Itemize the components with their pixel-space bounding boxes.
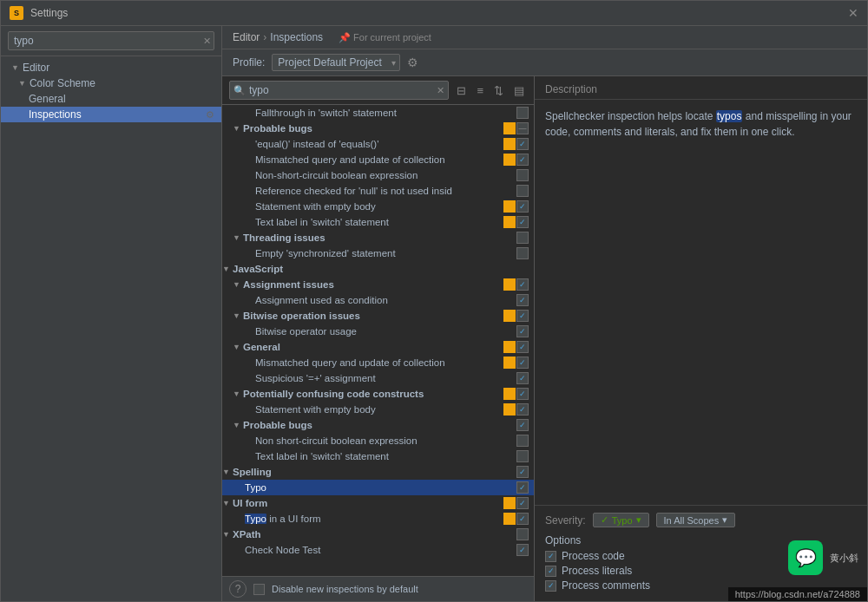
list-item[interactable]: Reference checked for 'null' is not used… (222, 183, 534, 199)
process-literals-checkbox[interactable]: ✓ (545, 566, 556, 577)
expand-button[interactable]: ≡ (474, 82, 486, 99)
severity-arrow-icon: ▾ (636, 514, 641, 526)
insp-checkbox[interactable]: ✓ (516, 216, 529, 228)
filter-button[interactable]: ⊟ (454, 82, 469, 99)
insp-checkbox[interactable]: ✓ (516, 325, 529, 337)
sidebar-item-editor[interactable]: ▼ Editor (1, 60, 221, 75)
list-item[interactable]: ▼ Potentially confusing code constructs … (222, 386, 534, 402)
collapse-button[interactable]: ⇅ (491, 82, 506, 99)
list-item[interactable]: ▼ Probable bugs ✓ (222, 417, 534, 433)
insp-label: Non short-circuit boolean expression (253, 435, 516, 446)
close-button[interactable]: ✕ (848, 6, 858, 20)
list-item[interactable]: ▼ JavaScript (222, 261, 534, 277)
help-button[interactable]: ? (229, 580, 247, 598)
inspection-search-input[interactable] (229, 81, 449, 100)
gear-icon[interactable]: ⚙ (407, 56, 418, 69)
insp-label: Typo in a UI form (243, 514, 503, 524)
insp-checkbox[interactable]: ✓ (516, 310, 529, 322)
list-item[interactable]: Non-short-circuit boolean expression (222, 167, 534, 183)
list-item[interactable]: Text label in 'switch' statement ✓ (222, 214, 534, 230)
list-item[interactable]: Suspicious '=+' assignment ✓ (222, 370, 534, 386)
list-item[interactable]: Non short-circuit boolean expression (222, 433, 534, 448)
sidebar-item-label: Color Scheme (30, 77, 95, 89)
severity-indicator (503, 357, 516, 369)
wechat-name: 黄小斜 (830, 552, 858, 565)
desc-highlight: typos (716, 110, 743, 122)
arrow-icon: ▼ (233, 233, 243, 242)
list-item[interactable]: ▼ General ✓ (222, 339, 534, 355)
insp-checkbox[interactable] (516, 450, 529, 462)
list-item[interactable]: ▼ UI form ✓ (222, 495, 534, 511)
sidebar-search-input[interactable] (8, 31, 214, 50)
sidebar-item-inspections[interactable]: Inspections ⚙ (1, 107, 221, 122)
list-item[interactable]: Mismatched query and update of collectio… (222, 355, 534, 370)
insp-checkbox[interactable] (516, 107, 529, 119)
insp-checkbox[interactable]: ✓ (516, 544, 529, 556)
description-header: Description (535, 76, 867, 100)
sidebar-item-color-scheme[interactable]: ▼ Color Scheme (1, 75, 221, 91)
list-item[interactable]: ▼ Threading issues (222, 230, 534, 245)
list-item[interactable]: ▼ Spelling ✓ (222, 464, 534, 480)
insp-checkbox[interactable]: — (516, 122, 529, 134)
insp-label: Empty 'synchronized' statement (253, 248, 516, 258)
severity-indicator (503, 216, 516, 228)
insp-checkbox[interactable]: ✓ (516, 278, 529, 291)
insp-checkbox[interactable]: ✓ (516, 419, 529, 431)
list-item[interactable]: Statement with empty body ✓ (222, 402, 534, 417)
list-item[interactable]: Mismatched query and update of collectio… (222, 152, 534, 167)
insp-checkbox[interactable] (516, 247, 529, 259)
list-item[interactable]: Statement with empty body ✓ (222, 199, 534, 214)
list-item[interactable]: Typo in a UI form ✓ (222, 511, 534, 527)
insp-checkbox[interactable]: ✓ (516, 388, 529, 400)
insp-checkbox[interactable]: ✓ (516, 154, 529, 166)
insp-checkbox[interactable] (516, 528, 529, 540)
insp-checkbox[interactable]: ✓ (516, 497, 529, 509)
insp-checkbox[interactable]: ✓ (516, 513, 529, 525)
sidebar-item-general[interactable]: General (1, 91, 221, 107)
list-item[interactable]: ▼ Bitwise operation issues ✓ (222, 308, 534, 324)
list-item[interactable]: Fallthrough in 'switch' statement (222, 105, 534, 121)
inspection-search-clear-icon[interactable]: ✕ (437, 85, 444, 96)
list-item[interactable]: Bitwise operator usage ✓ (222, 324, 534, 339)
more-button[interactable]: ▤ (511, 82, 527, 99)
process-literals-label: Process literals (562, 565, 632, 577)
disable-new-checkbox[interactable] (253, 584, 265, 595)
process-code-checkbox[interactable]: ✓ (545, 551, 556, 562)
insp-checkbox[interactable] (516, 185, 529, 197)
insp-checkbox[interactable] (516, 169, 529, 181)
insp-checkbox[interactable]: ✓ (516, 372, 529, 384)
insp-label: 'equal()' instead of 'equals()' (253, 139, 503, 149)
insp-label: Statement with empty body (253, 201, 503, 212)
scope-badge[interactable]: In All Scopes ▾ (656, 513, 736, 527)
list-item[interactable]: Empty 'synchronized' statement (222, 245, 534, 261)
sidebar-search-clear-icon[interactable]: ✕ (203, 36, 211, 47)
insp-checkbox[interactable]: ✓ (516, 466, 529, 478)
breadcrumb: Editor › Inspections (233, 31, 323, 43)
list-item[interactable]: ▼ Assignment issues ✓ (222, 277, 534, 292)
inspection-list: Fallthrough in 'switch' statement ▼ Prob… (222, 105, 534, 576)
list-item[interactable]: Text label in 'switch' statement (222, 448, 534, 464)
insp-checkbox[interactable]: ✓ (516, 481, 529, 494)
insp-checkbox[interactable] (516, 435, 529, 447)
list-item[interactable]: 'equal()' instead of 'equals()' ✓ (222, 136, 534, 152)
list-item[interactable]: ▼ Probable bugs — (222, 121, 534, 136)
insp-checkbox[interactable]: ✓ (516, 357, 529, 369)
list-item[interactable]: ▼ XPath (222, 527, 534, 542)
insp-checkbox[interactable] (516, 232, 529, 244)
insp-checkbox[interactable]: ✓ (516, 341, 529, 353)
list-item-typo[interactable]: Typo ✓ (222, 480, 534, 495)
insp-checkbox[interactable]: ✓ (516, 403, 529, 416)
insp-checkbox[interactable]: ✓ (516, 200, 529, 213)
insp-checkbox[interactable]: ✓ (516, 138, 529, 150)
profile-select[interactable]: Project Default Project (272, 54, 400, 71)
list-item[interactable]: Check Node Test ✓ (222, 542, 534, 558)
severity-badge[interactable]: ✓ Typo ▾ (593, 513, 649, 527)
list-item[interactable]: Assignment used as condition ✓ (222, 292, 534, 308)
insp-label: Check Node Test (243, 545, 516, 555)
process-comments-checkbox[interactable]: ✓ (545, 580, 556, 592)
insp-checkbox[interactable]: ✓ (516, 294, 529, 306)
sidebar-item-label: General (29, 93, 66, 105)
bottom-bar: ? Disable new inspections by default (222, 576, 534, 601)
insp-label: Spelling (233, 467, 516, 477)
url-text: https://blog.csdn.net/a724888 (735, 589, 860, 599)
